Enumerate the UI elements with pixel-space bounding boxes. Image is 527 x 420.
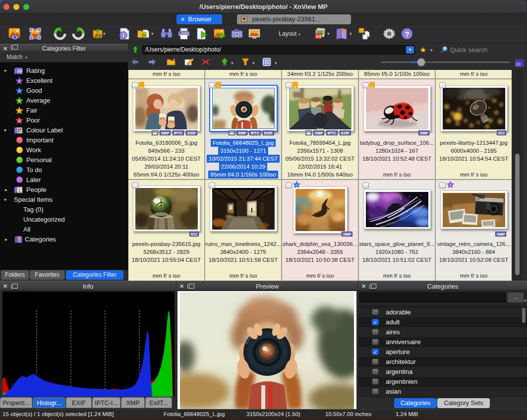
svg-text:1-5: 1-5 [316, 34, 321, 39]
svg-text:?: ? [405, 30, 409, 38]
svg-text:1-5: 1-5 [17, 69, 22, 73]
svg-text:4: 4 [296, 183, 297, 186]
svg-text:5: 5 [450, 183, 451, 186]
